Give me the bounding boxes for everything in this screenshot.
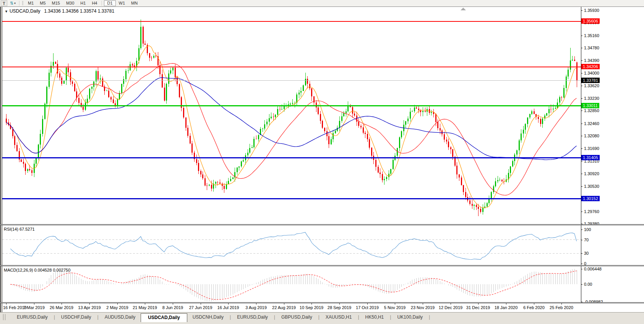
macd-axis-label: 0.00 [584, 282, 592, 287]
text-tool-icon: T [3, 1, 5, 6]
timeframe-button-m1[interactable]: M1 [25, 0, 37, 6]
tab-eurusd-daily[interactable]: EURUSD,Daily [232, 313, 273, 321]
tab-audusd-daily[interactable]: AUDUSD,Daily [99, 313, 141, 321]
tab-bar-grip [3, 314, 5, 320]
rsi-panel[interactable]: RSI(14) 67.5271 [2, 225, 581, 265]
chart-symbol: USDCAD,Daily [10, 8, 41, 14]
tab-usdcnh-daily[interactable]: USDCNH,Daily [187, 313, 229, 321]
tab-usdchf-daily[interactable]: USDCHF,Daily [56, 313, 97, 321]
text-tool-button[interactable]: T [1, 0, 7, 6]
price-panel[interactable]: ▼USDCAD,Daily1.34336 1.34356 1.33574 1.3… [2, 7, 581, 224]
time-axis-tick [506, 303, 506, 304]
time-axis-tick [145, 303, 145, 304]
rsi-chart[interactable] [2, 225, 581, 265]
timeframe-button-w1[interactable]: W1 [116, 0, 128, 6]
macd-axis-label: -0.008982 [584, 299, 603, 304]
tab-usdcad-daily[interactable]: USDCAD,Daily [141, 313, 187, 322]
price-axis[interactable]: 1.359301.355501.351601.347801.343901.340… [581, 7, 644, 224]
rsi-axis-label: 30 [584, 251, 589, 256]
price-axis-label: 1.30920 [584, 171, 599, 176]
price-axis-tick [581, 10, 582, 11]
tab-separator: | [97, 313, 99, 321]
time-axis-tick [6, 303, 6, 304]
ma-22-line [6, 63, 577, 195]
macd-chart[interactable] [2, 266, 581, 302]
candlesticks[interactable] [6, 20, 577, 216]
price-axis-label: 1.35160 [584, 33, 599, 38]
candlestick-chart[interactable] [2, 7, 581, 224]
price-axis-tick [581, 186, 582, 187]
timeframe-button-mn[interactable]: MN [128, 0, 141, 6]
price-axis-tick [581, 161, 582, 161]
price-axis-label: 1.32850 [584, 108, 599, 113]
macd-label: MACD(12,26,9) 0.004528 0.002750 [4, 268, 70, 272]
rsi-axis-tick [581, 230, 582, 230]
price-level-label: 1.33781 [581, 78, 600, 83]
tab-separator: | [318, 313, 320, 321]
timeframe-button-m5[interactable]: M5 [37, 0, 49, 6]
chart-title: ▼USDCAD,Daily1.34336 1.34356 1.33574 1.3… [5, 8, 114, 14]
price-axis-label: 1.34390 [584, 58, 599, 63]
price-axis-tick [581, 212, 582, 212]
rsi-axis-tick [581, 253, 582, 254]
rsi-line [10, 232, 576, 259]
time-axis-tick [34, 303, 34, 304]
arrange-tool-button[interactable]: ⇅ ▾ [8, 0, 18, 6]
tab-separator: | [229, 313, 232, 321]
time-axis-tick [256, 303, 256, 304]
time-axis-label: 25 Feb 2020 [544, 305, 579, 310]
price-level-label: 1.31405 [581, 155, 600, 160]
ma-6-line [6, 46, 577, 208]
macd-signal-line [10, 271, 576, 300]
chart-window: ▼USDCAD,Daily1.34336 1.34356 1.33574 1.3… [0, 7, 644, 313]
time-axis-tick [534, 303, 534, 304]
price-axis-label: 1.33620 [584, 83, 599, 88]
price-axis-tick [581, 148, 582, 149]
price-axis-tick [581, 111, 582, 111]
time-axis-tick [478, 303, 479, 304]
timeframe-button-d1[interactable]: D1 [104, 0, 115, 6]
price-axis-tick [581, 48, 582, 48]
time-axis-tick [89, 303, 90, 304]
time-axis-tick [62, 303, 62, 304]
price-axis-tick [581, 86, 582, 86]
price-axis-tick [581, 98, 582, 99]
tab-separator: | [357, 313, 360, 321]
timeframe-button-m30[interactable]: M30 [63, 0, 77, 6]
time-axis-tick [284, 303, 284, 304]
price-axis-label: 1.33230 [584, 96, 599, 101]
timeframe-button-m15[interactable]: M15 [49, 0, 63, 6]
time-axis-tick [228, 303, 229, 304]
tab-bar-items: EURUSD,Daily|USDCHF,Daily|AUDUSD,DailyUS… [11, 313, 431, 322]
price-axis-label: 1.32460 [584, 121, 599, 126]
tab-hk50-h1[interactable]: HK50,H1 [360, 313, 389, 321]
price-axis-tick [581, 73, 582, 73]
chart-shift-marker-icon[interactable] [461, 8, 466, 10]
tab-eurusd-daily[interactable]: EURUSD,Daily [11, 313, 53, 321]
toolbar-grip [22, 1, 23, 6]
rsi-label: RSI(14) 67.5271 [4, 227, 35, 231]
time-axis-tick [311, 303, 312, 304]
macd-axis[interactable]: 0.0064480.00-0.008982 [581, 266, 644, 302]
timeframe-buttons: M1M5M15M30H1H4D1W1MN [25, 0, 141, 6]
rsi-axis-tick [581, 264, 582, 264]
tab-gbpusd-daily[interactable]: GBPUSD,Daily [276, 313, 318, 321]
macd-panel[interactable]: MACD(12,26,9) 0.004528 0.002750 [2, 266, 581, 302]
time-axis[interactable]: 16 Feb 20197 Mar 201926 Mar 201913 Apr 2… [2, 303, 581, 313]
tab-separator: | [428, 313, 431, 321]
time-axis-tick [201, 303, 201, 304]
time-axis-tick [339, 303, 340, 304]
price-axis-tick [581, 124, 582, 124]
timeframe-button-h1[interactable]: H1 [77, 0, 89, 6]
time-axis-tick [395, 303, 395, 304]
rsi-axis[interactable]: 10070300 [581, 225, 644, 265]
price-axis-label: 1.30530 [584, 184, 599, 189]
timeframe-button-h4[interactable]: H4 [89, 0, 100, 6]
price-axis-label: 1.32080 [584, 133, 599, 138]
tab-uk100-daily[interactable]: UK100,Daily [392, 313, 428, 321]
toolbar-separator [102, 1, 102, 6]
tab-xauusd-h1[interactable]: XAUUSD,H1 [320, 313, 357, 321]
top-toolbar: T ⇅ ▾ M1M5M15M30H1H4D1W1MN [0, 0, 644, 7]
macd-axis-tick [581, 269, 582, 269]
chart-tab-bar: EURUSD,Daily|USDCHF,Daily|AUDUSD,DailyUS… [0, 312, 644, 324]
